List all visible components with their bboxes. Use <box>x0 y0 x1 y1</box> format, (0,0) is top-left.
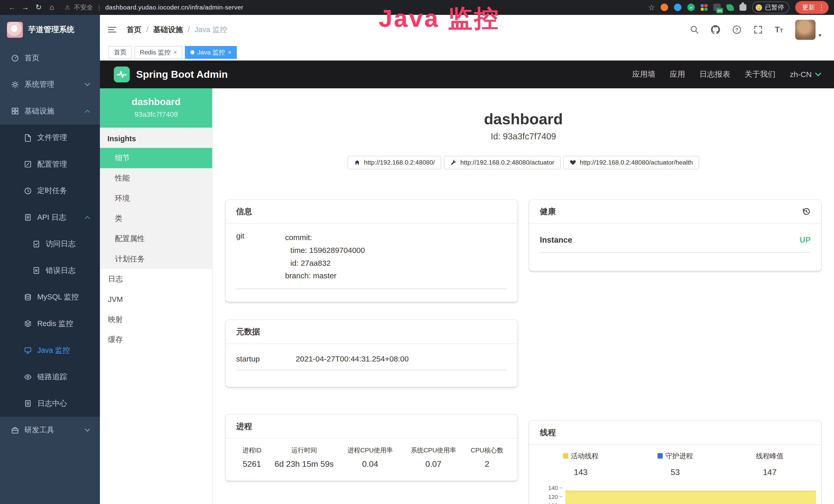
sba-item-logfile[interactable]: 日志 <box>100 269 212 289</box>
value-system-cpu: 0.07 <box>402 459 465 469</box>
sidebar-item-mysql-monitor[interactable]: MySQL 监控 <box>0 284 100 311</box>
warning-icon: ⚠ <box>65 4 70 11</box>
extension-icon-4[interactable] <box>701 4 708 11</box>
file-icon <box>24 134 32 142</box>
app-frame: 芋道管理系统 首页 系统管理 基础设施 文件管理 <box>0 15 834 504</box>
bookmark-star-icon[interactable]: ☆ <box>648 3 655 12</box>
browser-back-button[interactable]: ← <box>5 0 19 15</box>
infrastructure-icon <box>11 107 19 115</box>
process-table-values: 5261 6d 23h 15m 59s 0.04 0.07 2 <box>234 455 509 469</box>
breadcrumb-section[interactable]: 基础设施 <box>153 25 183 35</box>
font-size-icon[interactable]: TT <box>775 25 783 35</box>
sidebar-item-error-log[interactable]: 错误日志 <box>0 257 100 284</box>
sidebar-item-log-center[interactable]: 日志中心 <box>0 390 100 417</box>
git-time-line: time: 1596289704000 <box>285 244 365 257</box>
extension-icon-6[interactable] <box>726 4 734 11</box>
sidebar-item-java-monitor[interactable]: Java 监控 <box>0 337 100 364</box>
browser-forward-button[interactable]: → <box>19 0 32 15</box>
metadata-card: 元数据 startup 2021-04-27T00:44:31.254+08:0… <box>225 320 518 387</box>
app-logo-row[interactable]: 芋道管理系统 <box>0 15 100 45</box>
extension-icon-3[interactable] <box>687 4 695 11</box>
sba-item-caches[interactable]: 缓存 <box>100 330 212 350</box>
instance-header[interactable]: dashboard 93a3fc7f7409 <box>100 88 212 128</box>
sba-locale-select[interactable]: zh-CN <box>790 70 820 79</box>
github-icon[interactable] <box>711 25 720 34</box>
address-bar[interactable]: ⚠ 不安全 | dashboard.yudao.iocoder.cn/infra… <box>65 3 243 12</box>
legend-label: 线程峰值 <box>756 451 784 461</box>
actuator-url-link[interactable]: http://192.168.0.2:48080/actuator <box>444 156 561 169</box>
process-card: 进程 进程ID 运行时间 进程CPU使用率 系统CPU使用率 CPU核心数 <box>225 415 518 481</box>
card-title: 健康 <box>540 206 556 217</box>
threads-chart: 140 120 100 <box>533 482 817 504</box>
main-column: 首页 / 基础设施 / Java 监控 ? <box>100 15 834 504</box>
sba-nav-wall[interactable]: 应用墙 <box>632 69 655 79</box>
sba-nav-journal[interactable]: 日志报表 <box>699 69 730 79</box>
security-label[interactable]: 不安全 <box>74 3 93 12</box>
sidebar-item-trace[interactable]: 链路追踪 <box>0 364 100 390</box>
tag-home[interactable]: 首页 <box>108 46 132 59</box>
fullscreen-icon[interactable] <box>753 25 763 34</box>
sidebar-item-label: 文件管理 <box>37 133 67 143</box>
extensions-puzzle-icon[interactable] <box>740 4 746 11</box>
history-icon[interactable] <box>802 207 811 216</box>
sba-item-metrics[interactable]: 性能 <box>100 168 212 188</box>
cards-left-column: 信息 git commit: time: 1596289704000 id: 2… <box>225 200 518 481</box>
breadcrumb-home[interactable]: 首页 <box>127 25 141 35</box>
sba-item-details[interactable]: 细节 <box>100 148 212 168</box>
sba-body: dashboard 93a3fc7f7409 Insights 细节 性能 环境… <box>100 88 834 504</box>
sba-item-scheduled[interactable]: 计划任务 <box>100 249 212 269</box>
sidebar-item-home[interactable]: 首页 <box>0 45 100 71</box>
sidebar-item-access-log[interactable]: 访问日志 <box>0 231 100 257</box>
sidebar-item-redis-monitor[interactable]: Redis 监控 <box>0 311 100 337</box>
sidebar-item-label: 系统管理 <box>24 79 54 90</box>
svg-text:?: ? <box>736 27 738 32</box>
sidebar-item-label: 错误日志 <box>46 266 75 276</box>
browser-home-button[interactable]: ⌂ <box>45 0 59 15</box>
timer-icon <box>24 187 32 195</box>
sidebar-item-api-log[interactable]: API 日志 <box>0 204 100 231</box>
help-icon[interactable]: ? <box>732 25 741 34</box>
browser-reload-button[interactable]: ↻ <box>32 0 45 15</box>
tag-close-icon[interactable]: × <box>228 49 232 56</box>
sba-item-jvm[interactable]: JVM <box>100 289 212 310</box>
sba-nav-about[interactable]: 关于我们 <box>745 69 775 79</box>
legend-label: 活动线程 <box>571 451 599 461</box>
sidebar-item-scheduled-jobs[interactable]: 定时任务 <box>0 178 100 204</box>
sba-item-configprops[interactable]: 配置属性 <box>100 229 212 249</box>
tag-redis-monitor[interactable]: Redis 监控 × <box>135 46 182 59</box>
sidebar-item-file-manage[interactable]: 文件管理 <box>0 124 100 151</box>
extension-icon-5[interactable]: on <box>713 4 721 11</box>
tag-java-monitor[interactable]: Java 监控 × <box>185 46 237 59</box>
avatar[interactable] <box>795 20 815 40</box>
monitor-icon <box>24 346 32 354</box>
legend-value: 143 <box>533 467 628 477</box>
sidebar-item-devtools[interactable]: 研发工具 <box>0 417 100 443</box>
chevron-up-icon <box>85 110 90 115</box>
base-url-link[interactable]: http://192.168.0.2:48080/ <box>348 156 441 169</box>
extension-icon-2[interactable] <box>674 4 681 11</box>
link-label: http://192.168.0.2:48080/actuator/health <box>580 159 693 166</box>
hamburger-icon[interactable] <box>107 25 117 35</box>
card-title: 信息 <box>236 206 252 217</box>
extension-icon-1[interactable] <box>661 4 668 11</box>
kebab-menu-icon[interactable]: ⋮ <box>818 5 825 10</box>
paused-badge[interactable]: 已暂停 <box>752 2 789 13</box>
sba-item-env[interactable]: 环境 <box>100 188 212 208</box>
topbar-actions: ? TT ▼ <box>690 20 822 40</box>
sidebar-item-system[interactable]: 系统管理 <box>0 71 100 98</box>
sidebar-item-label: API 日志 <box>37 212 66 223</box>
sba-nav-applications[interactable]: 应用 <box>670 69 685 79</box>
sba-item-classes[interactable]: 类 <box>100 208 212 229</box>
sba-brand[interactable]: Spring Boot Admin <box>114 67 228 83</box>
sidebar-item-infrastructure[interactable]: 基础设施 <box>0 98 100 124</box>
sidebar-item-config-manage[interactable]: 配置管理 <box>0 151 100 178</box>
cards-right-column: 健康 Instance UP <box>529 200 821 504</box>
search-icon[interactable] <box>690 25 699 34</box>
url-text[interactable]: dashboard.yudao.iocoder.cn/infra/admin-s… <box>105 4 243 11</box>
browser-actions: ☆ on 已暂停 <box>648 1 829 14</box>
user-menu[interactable]: ▼ <box>795 20 822 40</box>
tag-close-icon[interactable]: × <box>173 49 177 56</box>
health-url-link[interactable]: http://192.168.0.2:48080/actuator/health <box>563 156 699 169</box>
sba-item-mappings[interactable]: 映射 <box>100 310 212 330</box>
update-button[interactable]: 更新 ⋮ <box>795 1 829 14</box>
